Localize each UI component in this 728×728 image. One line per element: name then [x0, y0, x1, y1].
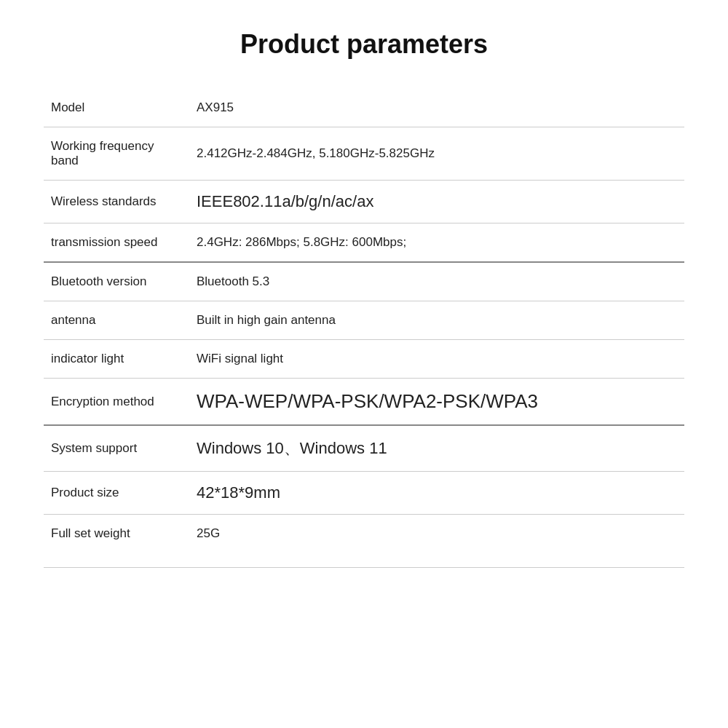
- param-label-6: indicator light: [44, 340, 189, 379]
- param-label-4: Bluetooth version: [44, 262, 189, 301]
- bottom-divider: [44, 567, 684, 568]
- param-label-1: Working frequency band: [44, 127, 189, 181]
- param-value-0: AX915: [189, 89, 684, 127]
- param-label-10: Full set weight: [44, 515, 189, 553]
- param-label-9: Product size: [44, 472, 189, 515]
- param-value-6: WiFi signal light: [189, 340, 684, 379]
- param-label-5: antenna: [44, 301, 189, 340]
- param-value-7: WPA-WEP/WPA-PSK/WPA2-PSK/WPA3: [189, 379, 684, 426]
- param-value-8: Windows 10、Windows 11: [189, 425, 684, 472]
- param-value-3: 2.4GHz: 286Mbps; 5.8GHz: 600Mbps;: [189, 223, 684, 263]
- param-value-9: 42*18*9mm: [189, 472, 684, 515]
- page-title: Product parameters: [44, 29, 684, 60]
- param-value-5: Built in high gain antenna: [189, 301, 684, 340]
- param-label-7: Encryption method: [44, 379, 189, 426]
- param-value-10: 25G: [189, 515, 684, 553]
- param-value-1: 2.412GHz-2.484GHz, 5.180GHz-5.825GHz: [189, 127, 684, 181]
- param-value-4: Bluetooth 5.3: [189, 262, 684, 301]
- param-label-8: System support: [44, 425, 189, 472]
- param-label-3: transmission speed: [44, 223, 189, 263]
- param-label-0: Model: [44, 89, 189, 127]
- params-table: ModelAX915Working frequency band2.412GHz…: [44, 89, 684, 553]
- param-value-2: IEEE802.11a/b/g/n/ac/ax: [189, 181, 684, 223]
- param-label-2: Wireless standards: [44, 181, 189, 223]
- page-container: Product parameters ModelAX915Working fre…: [0, 0, 728, 728]
